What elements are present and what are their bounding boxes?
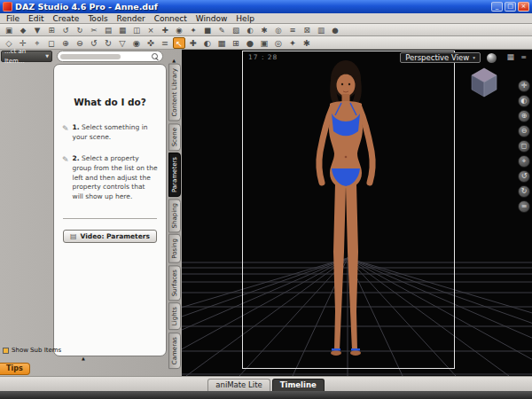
light-tool-icon[interactable]: ✦ bbox=[286, 37, 299, 49]
aim-icon[interactable]: ⌖ bbox=[518, 155, 530, 168]
timeline-tabbar: aniMate LiteTimeline bbox=[0, 376, 532, 391]
menu-item[interactable]: Create bbox=[49, 14, 84, 23]
layout-icon[interactable]: ▥ bbox=[315, 25, 327, 35]
panel-tab[interactable]: Shaping bbox=[168, 199, 181, 232]
search-icon bbox=[152, 53, 158, 59]
delete-icon[interactable]: × bbox=[145, 25, 157, 35]
show-sub-items-label: Show Sub Items bbox=[12, 347, 61, 354]
panel-tab[interactable]: Cameras bbox=[168, 332, 181, 369]
zoom-out-icon[interactable]: ⊖ bbox=[518, 125, 530, 137]
view-selector-label: Perspective View bbox=[405, 53, 469, 62]
menu-item[interactable]: Render bbox=[113, 14, 150, 23]
figure-anne[interactable] bbox=[257, 52, 434, 368]
scroll-arrow[interactable]: ▲ bbox=[82, 356, 85, 361]
help-icon[interactable]: ● bbox=[329, 25, 341, 35]
pose-icon[interactable]: ✱ bbox=[258, 25, 270, 35]
panel-tab[interactable]: Posing bbox=[168, 234, 181, 263]
node-tool-icon[interactable]: ✱ bbox=[301, 37, 313, 49]
frame-tool-icon[interactable]: ◻ bbox=[45, 37, 58, 49]
create-node-icon[interactable]: ✚ bbox=[159, 25, 171, 35]
tool-dropdown-icon[interactable]: ▽ bbox=[116, 37, 129, 49]
close-button[interactable]: × bbox=[518, 2, 529, 12]
panel-tab[interactable]: Scene bbox=[168, 123, 181, 151]
render-preview-icon[interactable]: ◎ bbox=[272, 37, 285, 49]
menu-item[interactable]: Connect bbox=[150, 14, 192, 23]
shaded-sphere-icon[interactable] bbox=[487, 53, 497, 63]
menu-item[interactable]: Edit bbox=[24, 14, 48, 23]
zoom-out-tool-icon[interactable]: ⊖ bbox=[74, 37, 86, 49]
orbit-left-icon[interactable]: ↺ bbox=[88, 37, 100, 49]
panel-tab[interactable]: Parameters bbox=[168, 153, 181, 197]
bottom-tab[interactable]: aniMate Lite bbox=[207, 379, 270, 391]
orbit-right-icon[interactable]: ↻ bbox=[102, 37, 114, 49]
node-selection-tool-icon[interactable]: ↖ bbox=[173, 37, 185, 49]
new-file-icon[interactable]: ▣ bbox=[3, 25, 15, 35]
frame-icon[interactable]: ◻ bbox=[518, 140, 530, 153]
measure-tool-icon[interactable]: ● bbox=[244, 37, 256, 49]
view-cube[interactable] bbox=[466, 64, 502, 99]
help-panel: What do I do? ✎ 1. Select something in y… bbox=[53, 64, 167, 356]
panel-tab[interactable]: Content Library bbox=[168, 64, 181, 121]
menu-item[interactable]: Window bbox=[192, 14, 232, 23]
item-selector-dropdown[interactable]: ...ct an Item... ▼ bbox=[1, 51, 52, 62]
pan-icon[interactable]: ✛ bbox=[518, 80, 530, 92]
spot-render-tool-icon[interactable]: ⊞ bbox=[230, 37, 242, 49]
checkbox-icon[interactable] bbox=[3, 348, 9, 354]
scroll-up-arrow[interactable]: ▲ bbox=[172, 58, 176, 63]
minimize-button[interactable]: _ bbox=[491, 2, 503, 12]
title-bar[interactable]: DAZ Studio 4.6 Pro - Anne.duf _□× bbox=[0, 0, 532, 13]
menu-item[interactable]: Tools bbox=[83, 14, 112, 23]
rotate-tool-icon[interactable]: ✚ bbox=[187, 37, 200, 49]
orbit-icon[interactable]: ◐ bbox=[518, 95, 530, 107]
dolly-icon[interactable]: ≡ bbox=[518, 200, 530, 213]
redo-icon[interactable]: ↻ bbox=[74, 25, 86, 35]
undo-icon[interactable]: ↺ bbox=[59, 25, 72, 35]
rotate-cw-icon[interactable]: ↻ bbox=[518, 185, 530, 198]
menu-item[interactable]: Help bbox=[231, 14, 259, 23]
create-camera-icon[interactable]: ◉ bbox=[173, 25, 185, 35]
viewport-panes-icon[interactable]: ▦ bbox=[506, 52, 514, 61]
maximize-button[interactable]: □ bbox=[505, 2, 516, 12]
viewport-menu-icon[interactable]: ≡ bbox=[520, 53, 527, 61]
search-placeholder-pill bbox=[60, 54, 121, 59]
status-bar bbox=[0, 391, 532, 399]
panel-tab[interactable]: Surfaces bbox=[168, 265, 181, 301]
viewport-controls: ✛◐⊕⊖◻⌖↺↻≡ bbox=[517, 80, 531, 213]
left-panel: ...ct an Item... ▼ What do I do? ✎ 1. Se… bbox=[0, 50, 182, 376]
panel-tab[interactable]: Lights bbox=[168, 302, 181, 330]
bottom-tab[interactable]: Timeline bbox=[272, 379, 325, 391]
film-icon: ▤ bbox=[70, 232, 77, 240]
open-file-icon[interactable]: ◆ bbox=[17, 25, 29, 35]
import-icon[interactable]: ⊞ bbox=[45, 25, 58, 35]
aux-viewport-icon[interactable]: ⊠ bbox=[301, 25, 313, 35]
tips-button[interactable]: Tips bbox=[0, 363, 30, 375]
copy-icon[interactable]: ▤ bbox=[102, 25, 114, 35]
zoom-in-tool-icon[interactable]: ⊕ bbox=[59, 37, 72, 49]
zoom-in-icon[interactable]: ⊕ bbox=[518, 110, 530, 122]
cut-icon[interactable]: ✂ bbox=[88, 25, 100, 35]
search-input[interactable] bbox=[57, 51, 163, 62]
video-parameters-button[interactable]: ▤ Video: Parameters bbox=[63, 230, 157, 243]
scale-tool-icon[interactable]: ◐ bbox=[201, 37, 214, 49]
menu-item[interactable]: File bbox=[2, 14, 24, 23]
paste-icon[interactable]: ▦ bbox=[116, 25, 129, 35]
view-tool-icon[interactable]: ▣ bbox=[258, 37, 270, 49]
rotate-ccw-icon[interactable]: ↺ bbox=[518, 170, 530, 183]
viewport[interactable]: 17 : 28 bbox=[182, 50, 532, 376]
surface-selection-tool-icon[interactable]: ▦ bbox=[215, 37, 228, 49]
create-light-icon[interactable]: ✦ bbox=[187, 25, 200, 35]
wardrobe-icon[interactable]: ▧ bbox=[230, 25, 242, 35]
show-sub-items-toggle[interactable]: Show Sub Items bbox=[3, 347, 61, 354]
help-heading: What do I do? bbox=[54, 97, 166, 107]
camera-tool-icon[interactable]: ◉ bbox=[130, 37, 143, 49]
render-settings-icon[interactable]: ≡ bbox=[286, 25, 299, 35]
tool-options-icon[interactable]: ≡ bbox=[159, 37, 171, 49]
view-selector-dropdown[interactable]: Perspective View ▾ bbox=[400, 52, 481, 63]
figure-icon[interactable]: ✎ bbox=[215, 25, 228, 35]
save-icon[interactable]: ▼ bbox=[31, 25, 43, 35]
duplicate-icon[interactable]: ◫ bbox=[130, 25, 143, 35]
create-primitive-icon[interactable]: ■ bbox=[201, 25, 214, 35]
render-icon[interactable]: ◎ bbox=[272, 25, 285, 35]
universal-tool-icon[interactable]: ✜ bbox=[145, 37, 157, 49]
hair-icon[interactable]: ◐ bbox=[244, 25, 256, 35]
